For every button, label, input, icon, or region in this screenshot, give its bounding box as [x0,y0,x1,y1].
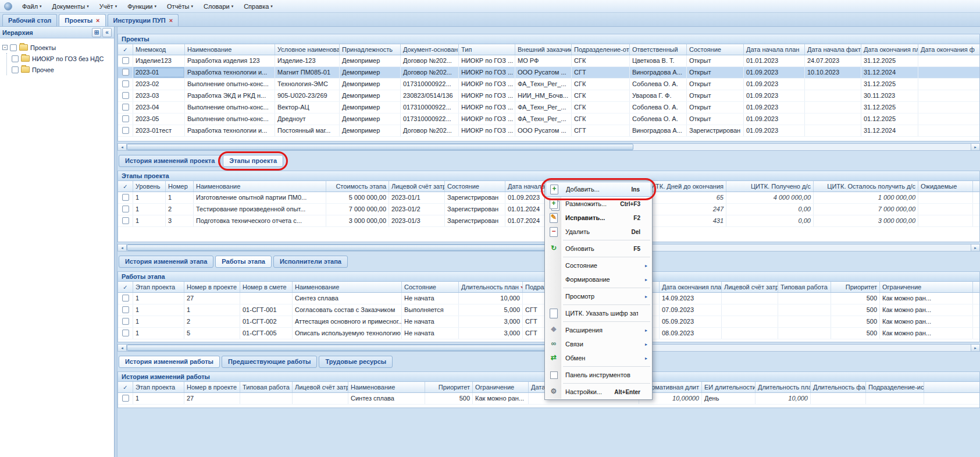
row-checkbox[interactable] [122,194,129,201]
menubar-item[interactable]: Документы▾ [47,1,94,12]
menubar-item[interactable]: Отчёты▾ [162,1,198,12]
scroll-right-icon[interactable]: ▸ [971,144,979,150]
row-checkbox[interactable] [122,104,129,111]
column-header[interactable]: ✓ [118,44,133,55]
scrollbar-track[interactable] [127,144,971,150]
tree-checkbox[interactable] [12,55,19,62]
scroll-right-icon[interactable]: ▸ [971,345,979,351]
menu-item-settings[interactable]: ⚙Настройки...Alt+Enter [546,385,651,399]
row-checkbox[interactable] [122,115,129,122]
column-header[interactable]: Длительность план [459,282,523,292]
menu-item-state[interactable]: Состояние▸ [546,258,651,272]
window-tab[interactable]: Рабочий стол [2,14,57,26]
row-checkbox[interactable] [122,92,129,99]
table-row[interactable]: 2023-01тестРазработка технологии и...Пос… [118,125,979,137]
column-header[interactable]: Номер в смете [240,282,293,292]
column-header[interactable]: Дата окончания пл [861,44,918,55]
section-tab[interactable]: Исполнители этапа [273,256,348,268]
column-header[interactable]: Лицевой счёт затр [722,282,778,292]
column-header[interactable]: Приоритет [425,382,473,392]
section-tab[interactable]: История изменений этапа [119,256,213,268]
tree-item-root[interactable]: - Проекты [1,42,113,53]
column-header[interactable]: ✓ [118,181,133,192]
menubar-item[interactable]: Словари▾ [198,1,238,12]
collapse-sidebar-button[interactable]: « [102,28,112,37]
column-header[interactable]: Длительность пла [756,382,811,392]
column-header[interactable]: Мнемокод [133,44,185,55]
column-header[interactable]: Состояние [402,282,459,292]
tree-item-child[interactable]: Прочее [12,64,113,75]
scrollbar-thumb[interactable] [127,144,633,150]
row-checkbox[interactable] [122,127,129,134]
column-header[interactable]: ✓ [118,282,133,292]
column-header[interactable]: Условное наименован [275,44,340,55]
menubar-item[interactable]: Справка▾ [238,1,278,12]
column-header[interactable]: Ожидаемые [918,181,973,192]
section-tab[interactable]: Трудовые ресурсы [319,356,393,368]
menu-item-links[interactable]: ∞Связи▸ [546,337,651,351]
menu-item-extensions[interactable]: ❖Расширения▸ [546,323,651,337]
column-header[interactable]: Принадлежность [340,44,401,55]
menu-item-toolbar-panel[interactable]: Панель инструментов [546,368,651,382]
menu-item-formation[interactable]: Формирование▸ [546,272,651,286]
table-row[interactable]: Изделие123Разработка изделия 123Изделие-… [118,55,979,67]
column-header[interactable]: Состояние [687,44,744,55]
row-checkbox[interactable] [122,80,129,87]
menu-item-duplicate[interactable]: +Размножить...Ctrl+F3 [546,197,651,211]
row-checkbox[interactable] [122,69,129,76]
column-header[interactable]: ✓ [118,382,133,392]
section-tab[interactable]: Этапы проекта [223,155,283,167]
scrollbar-thumb[interactable] [127,345,616,351]
window-tab[interactable]: Проекты× [59,14,105,26]
column-header[interactable]: Подразделение-от [572,44,630,55]
column-header[interactable]: Лицевой счёт затр [293,382,348,392]
column-header[interactable]: Этап проекта [133,282,184,292]
column-header[interactable]: Номер в проекте [184,382,240,392]
row-checkbox[interactable] [122,57,129,64]
close-tab-icon[interactable]: × [169,17,173,24]
row-checkbox[interactable] [122,206,129,212]
column-header[interactable]: Приоритет [831,282,880,292]
column-header[interactable]: ЦИТК. Осталось получить д/с [814,181,918,192]
column-header[interactable]: ЕИ длительности [702,382,756,392]
row-checkbox[interactable] [122,217,129,224]
scroll-left-icon[interactable]: ◂ [118,345,127,351]
column-header[interactable]: Подразделение-ис [866,382,924,392]
horizontal-scrollbar[interactable]: ◂ ▸ [117,143,980,151]
menu-item-refresh[interactable]: ↻ОбновитьF5 [546,242,651,256]
row-checkbox[interactable] [122,318,129,325]
column-header[interactable]: Этап проекта [133,382,184,392]
row-checkbox[interactable] [122,395,129,402]
column-header[interactable]: Состояние [445,181,505,192]
column-header[interactable]: Дата окончания ф [918,44,980,55]
table-row[interactable]: 2023-01Разработка технологии и...Магнит … [118,67,979,79]
menu-item-edit[interactable]: ✎Исправить...F2 [546,211,651,225]
close-tab-icon[interactable]: × [96,17,99,24]
section-tab[interactable]: История изменений работы [119,356,220,368]
column-header[interactable]: Дата начала факт [805,44,861,55]
column-header[interactable]: Наименование [194,181,326,192]
tree-expander-icon[interactable]: - [2,45,8,50]
column-header[interactable]: Документ-основан [401,44,459,55]
table-row[interactable]: 2023-02Выполнение опытно-конс...Технолог… [118,79,979,90]
tree-checkbox[interactable] [12,66,19,73]
column-header[interactable]: Наименование [348,382,425,392]
column-header[interactable]: Тип [459,44,515,55]
section-tab[interactable]: История изменений проекта [119,155,221,167]
column-header[interactable]: ЦИТК. Получено д/с [726,181,814,192]
row-checkbox[interactable] [122,330,129,336]
scroll-left-icon[interactable]: ◂ [118,144,127,150]
column-header[interactable]: Уровень [133,181,166,192]
column-header[interactable]: Лицевой счёт затрат. [389,181,445,192]
column-header[interactable]: Наименование [293,282,402,292]
window-tab[interactable]: Инструкции ПУП× [108,14,179,26]
menubar-item[interactable]: Учёт▾ [94,1,122,12]
column-header[interactable]: Ограничение [473,382,529,392]
hierarchy-view-button[interactable]: ⊞ [92,28,101,37]
column-header[interactable]: Типовая работа [240,382,293,392]
column-header[interactable]: Дата окончания план [660,282,722,292]
menu-item-view[interactable]: Просмотр▸ [546,289,651,303]
column-header[interactable]: Наименование [185,44,275,55]
column-header[interactable]: Ограничение [880,282,973,292]
section-tab[interactable]: Работы этапа [215,256,272,268]
